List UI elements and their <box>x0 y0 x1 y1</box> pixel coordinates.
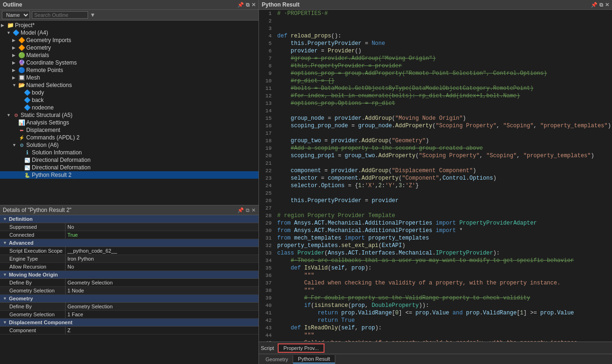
solution-icon: ⚙ <box>18 142 25 148</box>
section-moving-node-label: Moving Node Origin <box>9 272 58 277</box>
tree-item-model[interactable]: ▼ 🔷 Model (A4) <box>0 29 258 36</box>
details-float-icon[interactable]: ⧉ <box>246 207 250 213</box>
tree-label-python-result2: Python Result 2 <box>32 172 72 178</box>
pin-icon[interactable]: 📌 <box>237 2 244 8</box>
code-line-1: 1# ·PROPERTIES·# <box>259 10 612 17</box>
static-icon: ⚙ <box>12 112 20 118</box>
row-geo-sel-node: Geometry Selection 1 Node <box>0 287 258 295</box>
code-line-27: 27 <box>259 204 612 212</box>
tree-item-commands[interactable]: ⚡ Commands (APDL) 2 <box>0 134 258 141</box>
tree-label-directional-def1: Directional Deformation <box>32 157 90 163</box>
code-line-24: 24 selector.Options = {1:'X',2:'Y',3:'Z'… <box>259 182 612 189</box>
tree-arrow-coord: ▶ <box>12 60 18 65</box>
code-line-6: 6 provider = Provider() <box>259 47 612 55</box>
section-moving-node-toggle[interactable]: ▼ <box>3 272 7 277</box>
tab-python-result[interactable]: Python Result <box>293 355 335 364</box>
code-line-38: 38 """ <box>259 287 612 294</box>
section-definition-toggle[interactable]: ▼ <box>3 217 7 221</box>
tree-item-static[interactable]: ▼ ⚙ Static Structural (A5) <box>0 111 258 119</box>
code-line-8: 8 #this.PropertyProvider = provider <box>259 62 612 70</box>
tree-label-analysis-settings: Analysis Settings <box>26 119 69 126</box>
code-line-20: 20 scoping_prop1 = group_two.AddProperty… <box>259 152 612 160</box>
val-allow-recursion: No <box>66 263 258 271</box>
row-suppressed: Suppressed No <box>0 223 258 231</box>
section-moving-node: ▼ Moving Node Origin <box>0 271 258 279</box>
name-dropdown[interactable]: Name <box>2 11 30 19</box>
tree-item-remote-points[interactable]: ▶ 🔵 Remote Points <box>0 66 258 74</box>
tree-item-mesh[interactable]: ▶ 🔲 Mesh <box>0 74 258 81</box>
tree-arrow-geometry: ▶ <box>12 45 18 50</box>
details-panel: Details of "Python Result 2" 📌 ⧉ ✕ ▼ Def… <box>0 205 258 364</box>
python-pin-icon[interactable]: 📌 <box>591 2 597 8</box>
section-geometry-toggle[interactable]: ▼ <box>3 296 7 301</box>
section-advanced: ▼ Advanced <box>0 239 258 247</box>
tree-label-mesh: Mesh <box>26 74 40 81</box>
deformation1-icon: 📉 <box>23 157 31 163</box>
tree-item-python-result2[interactable]: 🐍 Python Result 2 <box>0 171 258 179</box>
key-define-by-node: Define By <box>0 279 66 287</box>
code-line-19: 19 #Add a scoping property to the second… <box>259 145 612 152</box>
tree-label-back: back <box>32 97 44 103</box>
section-geometry-label: Geometry <box>9 296 33 301</box>
details-content: ▼ Definition Suppressed No Connected Tru… <box>0 215 258 364</box>
tree-item-directional-def2[interactable]: 📉 Directional Deformation <box>0 164 258 171</box>
search-input[interactable] <box>32 11 88 19</box>
tree-label-coord: Coordinate Systems <box>26 59 77 66</box>
tree-item-project[interactable]: ▶ 📁 Project* <box>0 22 258 29</box>
section-advanced-toggle[interactable]: ▼ <box>3 240 7 245</box>
tree-arrow-model: ▼ <box>7 30 12 35</box>
val-geo-sel-face: 1 Face <box>66 311 258 319</box>
python-result-title: Python Result <box>262 1 300 8</box>
tree-item-coord[interactable]: ▶ 🔮 Coordinate Systems <box>0 59 258 66</box>
tree-item-materials[interactable]: ▶ 🟢 Materials <box>0 51 258 59</box>
tree-label-geometry-imports: Geometry Imports <box>26 37 71 44</box>
materials-icon: 🟢 <box>18 52 25 58</box>
tree-item-named-selections[interactable]: ▼ 📂 Named Selections <box>0 81 258 89</box>
details-pin-icon[interactable]: 📌 <box>237 207 244 213</box>
code-line-26: 26 this.PropertyProvider = provider <box>259 197 612 204</box>
tree-item-analysis-settings[interactable]: 📊 Analysis Settings <box>0 119 258 126</box>
row-script-scope: Script Execution Scope __python_code_62_… <box>0 247 258 255</box>
property-prov-tab[interactable]: Property Prov... <box>278 343 324 353</box>
back-icon: 🔷 <box>23 97 31 103</box>
section-displacement-comp-label: Displacement Component <box>9 320 73 325</box>
tree-item-directional-def1[interactable]: 📉 Directional Deformation <box>0 156 258 164</box>
search-dropdown-icon[interactable]: ▼ <box>90 12 96 18</box>
tree-label-materials: Materials <box>26 52 49 58</box>
code-line-30: 30from Ansys.ACT.Mechanical.AdditionalPr… <box>259 227 612 234</box>
tree-item-body[interactable]: 🔷 body <box>0 89 258 96</box>
mesh-icon: 🔲 <box>18 74 25 81</box>
tree-label-nodeone: nodeone <box>32 104 54 111</box>
tree-item-solution-info[interactable]: ℹ Solution Information <box>0 149 258 156</box>
tree-item-back[interactable]: 🔷 back <box>0 96 258 104</box>
tree-arrow-nodeone <box>18 105 23 110</box>
tree-arrow-dir-def1 <box>18 158 23 162</box>
tree-arrow-mesh: ▶ <box>12 75 18 80</box>
code-editor[interactable]: 1# ·PROPERTIES·# 2 3 4def reload_props()… <box>259 10 612 342</box>
float-icon[interactable]: ⧉ <box>246 2 250 8</box>
code-line-39: 39 # For double property use the ValidRa… <box>259 294 612 302</box>
tree-label-solution: Solution (A6) <box>26 142 59 148</box>
section-displacement-comp-toggle[interactable]: ▼ <box>3 320 7 325</box>
python-close-icon[interactable]: ✕ <box>605 2 609 8</box>
tab-geometry[interactable]: Geometry <box>261 356 293 363</box>
details-close-icon[interactable]: ✕ <box>251 207 256 213</box>
row-component: Component Z <box>0 327 258 335</box>
close-icon[interactable]: ✕ <box>251 2 256 8</box>
tree-label-body: body <box>32 89 44 96</box>
val-script-scope: __python_code_62__ <box>66 247 258 255</box>
tree-item-displacement[interactable]: ⬅ Displacement <box>0 126 258 134</box>
key-engine-type: Engine Type <box>0 255 66 263</box>
python-float-icon[interactable]: ⧉ <box>599 2 603 8</box>
analysis-icon: 📊 <box>18 119 25 126</box>
tree-item-geometry[interactable]: ▶ 🔶 Geometry <box>0 44 258 51</box>
tree-item-geometry-imports[interactable]: ▶ 🔶 Geometry Imports <box>0 36 258 44</box>
model-icon: 🔷 <box>12 29 20 36</box>
tree-item-solution[interactable]: ▼ ⚙ Solution (A6) <box>0 141 258 149</box>
bottom-tabs-bar: Geometry Python Result <box>259 354 612 364</box>
python-result-header: Python Result 📌 ⧉ ✕ <box>259 0 612 10</box>
tree-arrow-body <box>18 90 23 95</box>
tree-arrow-materials: ▶ <box>12 53 18 58</box>
tree-item-nodeone[interactable]: 🔷 nodeone <box>0 104 258 111</box>
outline-tree: ▶ 📁 Project* ▼ 🔷 Model (A4) ▶ 🔶 Geometr <box>0 21 258 205</box>
